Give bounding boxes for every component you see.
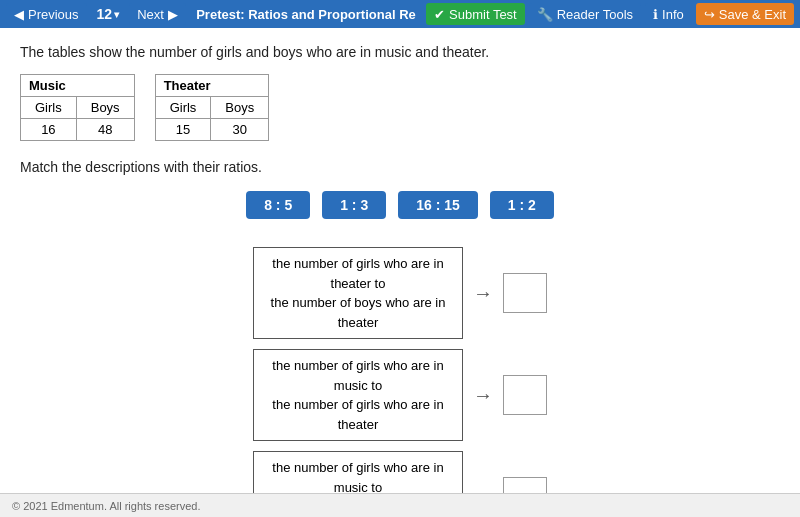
description-1-text: the number of girls who are in theater t… bbox=[271, 256, 446, 330]
next-label: Next bbox=[137, 7, 164, 22]
next-button[interactable]: Next ▶ bbox=[129, 3, 186, 25]
description-1: the number of girls who are in theater t… bbox=[253, 247, 463, 339]
theater-boys-value: 30 bbox=[211, 119, 269, 141]
reader-tools-label: Reader Tools bbox=[557, 7, 633, 22]
tables-section: Music Girls Boys 16 48 Theater bbox=[20, 74, 780, 141]
music-table-title: Music bbox=[20, 74, 135, 96]
music-data-row: 16 48 bbox=[21, 119, 135, 141]
match-row-2: the number of girls who are in music tot… bbox=[253, 349, 547, 441]
chip-1-3[interactable]: 1 : 3 bbox=[322, 191, 386, 219]
page-number: 12 ▾ bbox=[91, 4, 126, 24]
previous-button[interactable]: ◀ Previous bbox=[6, 3, 87, 25]
match-row-1: the number of girls who are in theater t… bbox=[253, 247, 547, 339]
check-icon: ✔ bbox=[434, 7, 445, 22]
theater-girls-value: 15 bbox=[155, 119, 211, 141]
arrow-1-icon: → bbox=[473, 282, 493, 305]
page-number-value: 12 bbox=[97, 6, 113, 22]
music-girls-value: 16 bbox=[21, 119, 77, 141]
answer-box-3[interactable] bbox=[503, 477, 547, 493]
ratio-chips: 8 : 5 1 : 3 16 : 15 1 : 2 bbox=[20, 191, 780, 219]
theater-table: Girls Boys 15 30 bbox=[155, 96, 270, 141]
music-boys-header: Boys bbox=[76, 97, 134, 119]
submit-test-button[interactable]: ✔ Submit Test bbox=[426, 3, 525, 25]
header: ◀ Previous 12 ▾ Next ▶ Pretest: Ratios a… bbox=[0, 0, 800, 28]
exit-icon: ↪ bbox=[704, 7, 715, 22]
previous-label: Previous bbox=[28, 7, 79, 22]
page-chevron-icon: ▾ bbox=[114, 9, 119, 20]
match-instruction: Match the descriptions with their ratios… bbox=[20, 159, 780, 175]
info-icon: ℹ bbox=[653, 7, 658, 22]
theater-header-row: Girls Boys bbox=[155, 97, 269, 119]
save-exit-label: Save & Exit bbox=[719, 7, 786, 22]
music-table: Girls Boys 16 48 bbox=[20, 96, 135, 141]
description-2: the number of girls who are in music tot… bbox=[253, 349, 463, 441]
match-row-3: the number of girls who are in music tot… bbox=[253, 451, 547, 493]
answer-box-2[interactable] bbox=[503, 375, 547, 415]
footer: © 2021 Edmentum. All rights reserved. bbox=[0, 493, 800, 517]
save-exit-button[interactable]: ↪ Save & Exit bbox=[696, 3, 794, 25]
wrench-icon: 🔧 bbox=[537, 7, 553, 22]
theater-boys-header: Boys bbox=[211, 97, 269, 119]
theater-table-title: Theater bbox=[155, 74, 270, 96]
main-content: The tables show the number of girls and … bbox=[0, 28, 800, 493]
music-table-wrapper: Music Girls Boys 16 48 bbox=[20, 74, 135, 141]
copyright-text: © 2021 Edmentum. All rights reserved. bbox=[12, 500, 200, 512]
match-rows: the number of girls who are in theater t… bbox=[20, 247, 780, 493]
arrow-2-icon: → bbox=[473, 384, 493, 407]
description-2-text: the number of girls who are in music tot… bbox=[272, 358, 443, 432]
arrow-3-icon: → bbox=[473, 486, 493, 494]
theater-girls-header: Girls bbox=[155, 97, 211, 119]
description-3-text: the number of girls who are in music tot… bbox=[271, 460, 446, 493]
music-girls-header: Girls bbox=[21, 97, 77, 119]
chip-16-15[interactable]: 16 : 15 bbox=[398, 191, 478, 219]
previous-icon: ◀ bbox=[14, 7, 24, 22]
answer-box-1[interactable] bbox=[503, 273, 547, 313]
intro-text: The tables show the number of girls and … bbox=[20, 44, 780, 60]
page-title: Pretest: Ratios and Proportional Re bbox=[190, 7, 422, 22]
theater-table-wrapper: Theater Girls Boys 15 30 bbox=[155, 74, 270, 141]
next-icon: ▶ bbox=[168, 7, 178, 22]
info-label: Info bbox=[662, 7, 684, 22]
submit-label: Submit Test bbox=[449, 7, 517, 22]
theater-data-row: 15 30 bbox=[155, 119, 269, 141]
music-boys-value: 48 bbox=[76, 119, 134, 141]
info-button[interactable]: ℹ Info bbox=[645, 3, 692, 25]
reader-tools-button[interactable]: 🔧 Reader Tools bbox=[529, 3, 641, 25]
music-header-row: Girls Boys bbox=[21, 97, 135, 119]
description-3: the number of girls who are in music tot… bbox=[253, 451, 463, 493]
chip-1-2[interactable]: 1 : 2 bbox=[490, 191, 554, 219]
chip-8-5[interactable]: 8 : 5 bbox=[246, 191, 310, 219]
